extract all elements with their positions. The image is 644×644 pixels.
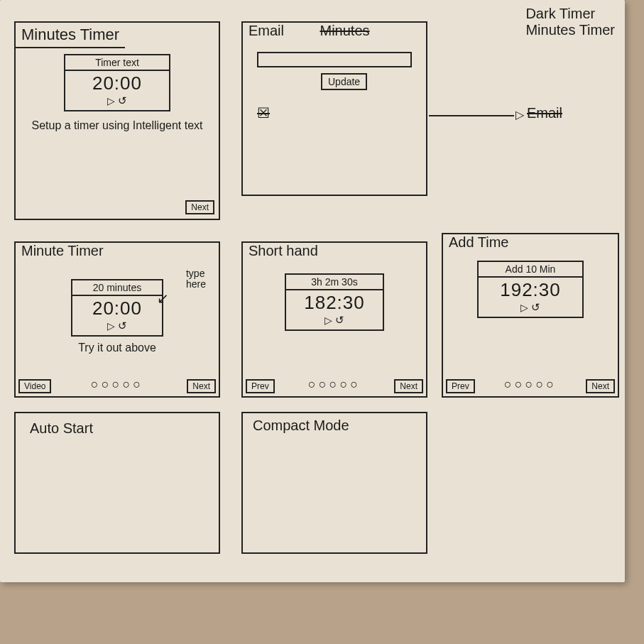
timer-widget: 20 minutes 20:00 (71, 279, 163, 337)
timer-display: 20:00 (65, 71, 169, 94)
panel-shorthand: Short hand 3h 2m 30s 182:30 Prev ○○○○○ N… (241, 241, 427, 398)
play-icon[interactable] (520, 302, 528, 313)
timer-controls (479, 301, 582, 317)
arrow-down-icon: ↙ (157, 290, 169, 307)
next-button[interactable]: Next (394, 379, 423, 393)
panel-add-time: Add Time Add 10 Min 192:30 Prev ○○○○○ Ne… (442, 233, 619, 398)
panel-title: Add Time (443, 231, 514, 253)
next-button[interactable]: Next (586, 379, 615, 393)
timer-controls (286, 314, 383, 329)
timer-text-input[interactable]: Timer text (65, 55, 169, 71)
timer-widget: 3h 2m 30s 182:30 (285, 273, 384, 331)
panel-caption: Try it out above (16, 341, 219, 354)
reset-icon[interactable] (118, 95, 127, 107)
corner-note-line: Dark Timer (525, 6, 615, 22)
panel-minutes-timer-intro: Minutes Timer Timer text 20:00 Setup a t… (14, 21, 220, 220)
reset-icon[interactable] (118, 320, 127, 332)
next-button[interactable]: Next (185, 200, 214, 214)
timer-display: 20:00 (72, 296, 162, 320)
panel-caption: Setup a timer using Intelligent text (16, 119, 219, 132)
panel-title: Minute Timer (16, 240, 109, 261)
corner-note: Dark Timer Minutes Timer (525, 6, 615, 38)
paper-sheet: Dark Timer Minutes Timer Minutes Timer T… (0, 0, 625, 582)
play-icon[interactable] (107, 95, 115, 107)
panel-title: Email (243, 20, 290, 41)
timer-controls (72, 320, 162, 335)
panel-email: Email Minutes Update ☒ (241, 21, 427, 196)
timer-text-input[interactable]: 3h 2m 30s (286, 275, 383, 290)
reset-icon[interactable] (531, 302, 540, 313)
type-here-hint: type here (186, 268, 206, 290)
arrow-line (429, 115, 514, 116)
timer-widget: Add 10 Min 192:30 (477, 261, 584, 318)
scribble-icon: ☒ (257, 104, 426, 121)
email-arrow-label: Email (527, 105, 562, 121)
panel-title-struck: Minutes (314, 20, 375, 41)
play-icon[interactable] (324, 315, 332, 326)
panel-minute-timer-try: Minute Timer type here ↙ 20 minutes 20:0… (14, 241, 220, 398)
timer-text-input[interactable]: 20 minutes (72, 280, 162, 296)
email-input[interactable] (257, 52, 412, 67)
reset-icon[interactable] (335, 315, 344, 326)
panel-title: Compact Mode (243, 413, 426, 437)
timer-controls (65, 94, 169, 110)
timer-text-input[interactable]: Add 10 Min (479, 262, 582, 278)
play-icon[interactable] (107, 320, 115, 332)
timer-display: 182:30 (286, 290, 383, 314)
panel-title: Short hand (243, 240, 324, 261)
panel-title: Minutes Timer (16, 23, 125, 48)
panel-compact-mode: Compact Mode (241, 412, 427, 554)
panel-auto-start: Auto Start (14, 412, 220, 554)
next-button[interactable]: Next (187, 379, 216, 393)
corner-note-line: Minutes Timer (525, 22, 615, 38)
timer-widget: Timer text 20:00 (64, 54, 170, 111)
update-button[interactable]: Update (321, 73, 367, 90)
timer-display: 192:30 (479, 278, 582, 301)
panel-title: Auto Start (16, 413, 219, 440)
